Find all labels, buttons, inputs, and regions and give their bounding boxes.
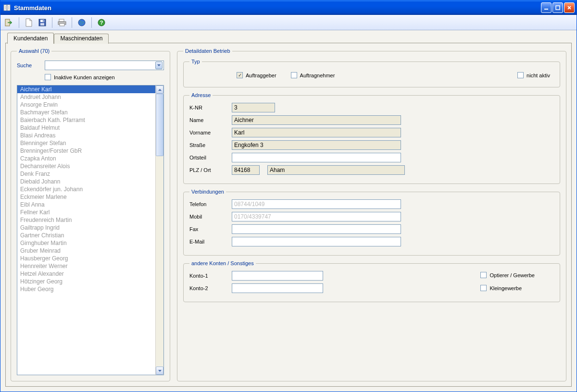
tab-strip: Kundendaten Maschinendaten [7, 33, 109, 44]
list-item[interactable]: Fellner Karl [17, 208, 155, 216]
list-item[interactable]: Baierbach Kath. Pfarramt [17, 116, 155, 124]
strasse-field[interactable] [232, 140, 401, 150]
listbox-scrollbar[interactable] [155, 86, 163, 375]
email-field[interactable] [232, 237, 401, 246]
list-item[interactable]: Huber Georg [17, 285, 155, 293]
strasse-label: Straße [189, 142, 227, 148]
list-item[interactable]: Czapka Anton [17, 155, 155, 162]
detail-column: Detaildaten Betrieb Typ ✓ Auftraggeber [177, 48, 566, 381]
search-combo[interactable] [45, 61, 164, 70]
list-item[interactable]: Hetzel Alexander [17, 270, 155, 278]
save-icon[interactable] [37, 17, 48, 28]
list-item[interactable]: Hausberger Georg [17, 255, 155, 262]
world-icon[interactable] [76, 17, 88, 28]
typ-left: ✓ Auftraggeber Auftragnehmer [237, 72, 335, 78]
sonstiges-legend: andere Konten / Sonstiges [189, 260, 256, 266]
chevron-down-icon [155, 61, 163, 69]
verbindungen-legend: Verbindungen [189, 189, 226, 195]
auswahl-legend: Auswahl (70) [17, 48, 51, 54]
list-item[interactable]: Diebald Johann [17, 178, 155, 185]
inactive-checkbox[interactable] [45, 74, 51, 80]
list-item[interactable]: Eckendörfer jun. Johann [17, 185, 155, 193]
maximize-button[interactable] [552, 2, 563, 13]
mobil-field[interactable] [232, 212, 401, 221]
new-icon[interactable] [23, 17, 35, 28]
detail-fieldset: Detaildaten Betrieb Typ ✓ Auftraggeber [177, 48, 566, 381]
tab-kundendaten[interactable]: Kundendaten [7, 33, 54, 44]
konto1-field[interactable] [232, 271, 323, 281]
close-button[interactable] [564, 2, 575, 13]
list-item[interactable]: Baldauf Helmut [17, 124, 155, 132]
mobil-label: Mobil [189, 214, 227, 220]
scroll-up-button[interactable] [156, 86, 163, 94]
list-item[interactable]: Gailtrapp Ingrid [17, 224, 155, 232]
list-item[interactable]: Eckmeier Marlene [17, 193, 155, 201]
konto2-field[interactable] [232, 283, 323, 293]
email-label: E-Mail [189, 239, 227, 245]
telefon-field[interactable] [232, 199, 401, 209]
auftragnehmer-checkbox [291, 72, 297, 78]
list-item[interactable]: Hennreiter Werner [17, 262, 155, 270]
auftraggeber-checkbox: ✓ [237, 72, 243, 78]
list-item[interactable]: Blenninger Stefan [17, 139, 155, 147]
list-item[interactable]: Bachmayer Stefan [17, 109, 155, 116]
list-item[interactable]: Blasi Andreas [17, 132, 155, 139]
verbindungen-fieldset: Verbindungen Telefon Mobil Fax E-Mail [183, 189, 560, 256]
scroll-down-button[interactable] [156, 367, 163, 375]
titlebar: Stammdaten [0, 0, 577, 15]
list-item[interactable]: Eibl Anna [17, 201, 155, 208]
name-label: Name [189, 117, 227, 123]
adresse-fieldset: Adresse K-NR Name Vorname Straße Ortstei… [183, 92, 560, 184]
knr-field[interactable] [232, 103, 275, 112]
auftraggeber-check[interactable]: ✓ Auftraggeber [237, 72, 276, 78]
list-item[interactable]: Girnghuber Martin [17, 239, 155, 247]
plz-field[interactable] [232, 165, 260, 175]
ort-field[interactable] [267, 165, 405, 175]
search-label: Suche [17, 62, 41, 68]
print-icon[interactable] [56, 17, 68, 28]
scroll-track[interactable] [156, 94, 163, 367]
tab-maschinendaten[interactable]: Maschinendaten [54, 34, 109, 44]
list-item[interactable]: Hötzinger Georg [17, 278, 155, 285]
nicht-aktiv-checkbox [517, 72, 524, 78]
list-item[interactable]: Andruet Johann [17, 93, 155, 101]
svg-rect-5 [556, 6, 560, 10]
auftraggeber-label: Auftraggeber [246, 73, 276, 78]
svg-rect-11 [40, 23, 44, 25]
list-item[interactable]: Aichner Karl [17, 86, 155, 93]
fax-field[interactable] [232, 224, 401, 234]
window-title: Stammdaten [14, 4, 541, 12]
ortsteil-label: Ortsteil [189, 155, 227, 160]
nicht-aktiv-label: nicht aktiv [527, 73, 550, 78]
auftragnehmer-check[interactable]: Auftragnehmer [291, 72, 335, 78]
sonstiges-fieldset: andere Konten / Sonstiges Konto-1 Konto-… [183, 260, 560, 302]
vorname-field[interactable] [232, 128, 401, 137]
minimize-button[interactable] [541, 2, 552, 13]
sonstiges-left: Konto-1 Konto-2 [189, 271, 323, 296]
list-item[interactable]: Brenninger/Forster GbR [17, 147, 155, 155]
nicht-aktiv-check[interactable]: nicht aktiv [517, 72, 550, 78]
typ-fieldset: Typ ✓ Auftraggeber Auftragnehmer [183, 59, 560, 87]
customer-listbox[interactable]: Aichner KarlAndruet JohannAnsorge ErwinB… [17, 86, 155, 375]
list-item[interactable]: Gruber Meinrad [17, 247, 155, 255]
exit-icon[interactable] [3, 17, 15, 28]
konto1-label: Konto-1 [189, 273, 227, 279]
name-field[interactable] [232, 115, 401, 125]
optierer-check[interactable]: Optierer / Gewerbe [480, 272, 535, 278]
kleingewerbe-check[interactable]: Kleingewerbe [480, 285, 535, 291]
kleingewerbe-label: Kleingewerbe [489, 285, 522, 291]
svg-rect-13 [59, 19, 64, 22]
toolbar-sep [72, 17, 72, 28]
auswahl-column: Auswahl (70) Suche Inaktive Kunden anzei… [11, 48, 170, 381]
list-item[interactable]: Freudenreich Martin [17, 216, 155, 224]
fax-label: Fax [189, 226, 227, 232]
help-icon[interactable]: ? [96, 17, 107, 28]
detail-legend: Detaildaten Betrieb [183, 48, 232, 54]
list-item[interactable]: Ansorge Erwin [17, 101, 155, 109]
ortsteil-field[interactable] [232, 153, 401, 162]
list-item[interactable]: Dechansreiter Alois [17, 162, 155, 170]
typ-legend: Typ [189, 59, 202, 64]
scroll-thumb[interactable] [156, 94, 163, 156]
list-item[interactable]: Denk Franz [17, 170, 155, 178]
list-item[interactable]: Gartner Christian [17, 232, 155, 239]
